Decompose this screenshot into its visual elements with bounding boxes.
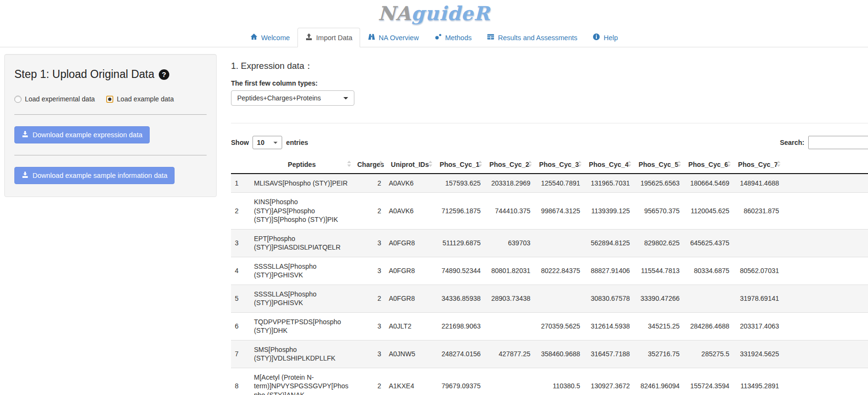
row-number-cell: 6 [231, 312, 250, 340]
sort-arrows-icon [429, 161, 432, 167]
value-cell: 285275.5 [683, 340, 733, 368]
value-cell: 125540.7891 [534, 174, 584, 193]
column-header-phos_cyc_6[interactable]: Phos_Cyc_6 [683, 156, 733, 174]
sort-arrows-icon [578, 161, 582, 167]
radio-load-experimental-data[interactable]: Load experimental data [14, 95, 95, 103]
expression-data-table: PeptidesChargesUniprot_IDsPhos_Cyc_1Phos… [231, 156, 868, 395]
value-cell: 80801.82031 [484, 257, 534, 285]
tab-label: Help [604, 34, 618, 42]
uniprot-cell: A0JNW5 [385, 340, 435, 368]
tab-na-overview[interactable]: NA Overview [360, 28, 427, 47]
main-nav: Welcome Import Data NA Overview Methods … [0, 28, 868, 47]
tab-label: Import Data [316, 34, 352, 42]
page-length-control: Show 10 entries [231, 136, 308, 149]
search-input[interactable] [808, 136, 868, 149]
value-cell: 221698.9063 [435, 312, 484, 340]
value-cell: 74890.52344 [435, 257, 484, 285]
download-example-expression-data-button[interactable]: Download example expression data [14, 126, 150, 143]
sort-arrows-icon [528, 161, 532, 167]
tab-results-assessments[interactable]: Results and Assessments [479, 28, 585, 47]
column-header-phos_cyc_5[interactable]: Phos_Cyc_5 [634, 156, 683, 174]
row-number-cell: 5 [231, 285, 250, 312]
import-data-panel: 1. Expression data： The first few column… [217, 47, 868, 395]
value-cell: 352716.75 [634, 340, 683, 368]
value-cell: 110380.5 [534, 368, 584, 395]
column-types-select[interactable]: Peptides+Charges+Proteins [231, 90, 354, 106]
uniprot-cell: A0AVK6 [385, 193, 435, 229]
column-header-charges[interactable]: Charges [353, 156, 385, 174]
column-header-phos_cyc_1[interactable]: Phos_Cyc_1 [435, 156, 484, 174]
button-label: Download example sample information data [33, 172, 167, 179]
value-cell: 956570.375 [634, 193, 683, 229]
filler-cell [783, 340, 868, 368]
value-cell: 998674.3125 [534, 193, 584, 229]
tab-label: Results and Assessments [498, 34, 577, 42]
download-icon [22, 171, 29, 180]
peptide-cell: SSSSLLAS[Phospho (STY)]PGHISVK [250, 257, 353, 285]
value-cell: 712596.1875 [435, 193, 484, 229]
sort-arrows-icon [727, 161, 731, 167]
filler-cell [783, 174, 868, 193]
expression-data-heading: 1. Expression data： [231, 60, 868, 72]
peptide-cell: SSSSLLAS[Phospho (STY)]PGHISVK [250, 285, 353, 312]
question-circle-icon[interactable]: ? [159, 69, 169, 80]
column-header-peptides[interactable]: Peptides [250, 156, 353, 174]
binoculars-icon [368, 33, 375, 42]
value-cell: 284286.4688 [683, 312, 733, 340]
column-header-label: Peptides [288, 161, 316, 168]
table-row: 7SMS[Phospho (STY)]VDLSHIPLKDPLLFK3A0JNW… [231, 340, 868, 368]
value-cell: 358460.9688 [534, 340, 584, 368]
column-header-label: Phos_Cyc_3 [539, 161, 579, 168]
home-icon [250, 33, 258, 42]
value-cell: 131965.7031 [584, 174, 634, 193]
tab-welcome[interactable]: Welcome [242, 28, 297, 47]
value-cell: 248274.0156 [435, 340, 484, 368]
page-length-select[interactable]: 10 [253, 136, 282, 149]
column-header-phos_cyc_2[interactable]: Phos_Cyc_2 [484, 156, 534, 174]
table-row: 4SSSSLLAS[Phospho (STY)]PGHISVK3A0FGR874… [231, 257, 868, 285]
value-cell: 155724.3594 [683, 368, 733, 395]
charge-cell: 3 [353, 312, 385, 340]
filler-cell [783, 368, 868, 395]
column-header-phos_cyc_7[interactable]: Phos_Cyc_7 [733, 156, 783, 174]
value-cell: 744410.375 [484, 193, 534, 229]
table-top-divider [231, 123, 868, 123]
value-cell [484, 312, 534, 340]
divider [14, 155, 207, 155]
charge-cell: 2 [353, 285, 385, 312]
column-header-label: Phos_Cyc_6 [688, 161, 728, 168]
data-source-radio-group: Load experimental data Load example data [14, 95, 207, 103]
column-header-label: Phos_Cyc_1 [439, 161, 479, 168]
column-types-selected-value: Peptides+Charges+Proteins [237, 94, 321, 102]
peptide-cell: M[Acetyl (Protein N-term)]NPVYSPGSSGVPY[… [250, 368, 353, 395]
row-number-header [231, 156, 250, 174]
value-cell: 427877.25 [484, 340, 534, 368]
tab-methods[interactable]: Methods [427, 28, 480, 47]
uniprot-cell: A1KXE4 [385, 368, 435, 395]
radio-load-example-data[interactable]: Load example data [106, 95, 174, 103]
app-logo: NAguideR [0, 3, 868, 24]
table-row: 3EPT[Phospho (STY)]PSIASDISLPIATQELR3A0F… [231, 229, 868, 257]
column-header-label: Uniprot_IDs [391, 161, 429, 168]
app-header: NAguideR Welcome Import Data NA Overview… [0, 0, 868, 47]
value-cell: 511129.6875 [435, 229, 484, 257]
column-header-uniprot_ids[interactable]: Uniprot_IDs [385, 156, 435, 174]
tab-label: Welcome [261, 34, 290, 42]
column-header-phos_cyc_4[interactable]: Phos_Cyc_4 [584, 156, 634, 174]
search-label: Search: [780, 139, 804, 146]
value-cell: 645625.4375 [683, 229, 733, 257]
value-cell: 316457.7188 [584, 340, 634, 368]
peptide-cell: TQDPVPPETPSDS[Phospho (STY)]DHK [250, 312, 353, 340]
value-cell: 157593.625 [435, 174, 484, 193]
download-example-sample-information-data-button[interactable]: Download example sample information data [14, 167, 175, 184]
column-header-phos_cyc_3[interactable]: Phos_Cyc_3 [534, 156, 584, 174]
column-header-label: Phos_Cyc_5 [638, 161, 678, 168]
table-icon [487, 33, 494, 42]
value-cell: 31978.69141 [733, 285, 783, 312]
tab-help[interactable]: Help [585, 28, 626, 47]
radio-selected-icon [106, 96, 113, 103]
value-cell: 79679.09375 [435, 368, 484, 395]
tab-import-data[interactable]: Import Data [297, 28, 360, 47]
tab-label: Methods [445, 34, 472, 42]
column-types-label: The first few column types: [231, 79, 868, 87]
